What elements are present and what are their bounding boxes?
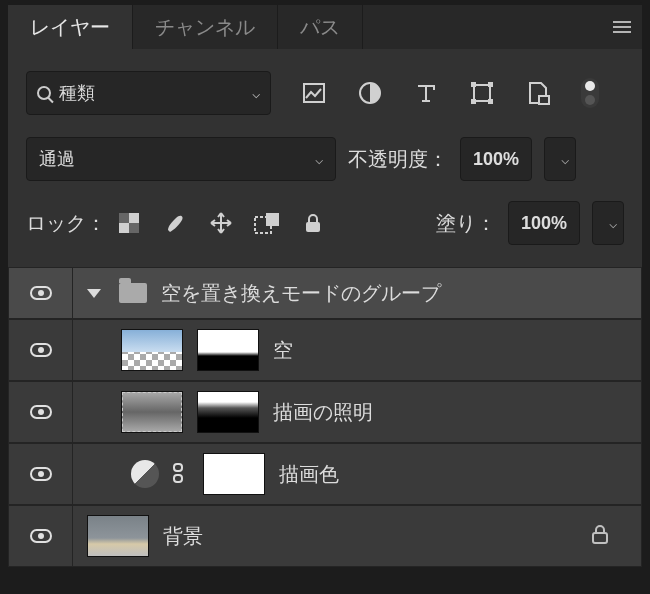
svg-rect-3 [471,82,476,87]
filter-label: 種類 [59,81,95,105]
svg-rect-4 [488,82,493,87]
layer-thumbnail[interactable] [121,391,183,433]
visibility-toggle[interactable] [9,320,73,380]
tab-layers[interactable]: レイヤー [8,5,132,49]
mask-thumbnail[interactable] [197,329,259,371]
lock-label: ロック： [26,210,106,237]
filter-smartobj-icon[interactable] [523,81,553,105]
link-icon [173,463,189,485]
filter-shape-icon[interactable] [467,82,497,104]
layer-row-background[interactable]: 背景 [8,505,642,567]
fill-value: 100% [521,213,567,234]
filter-type-select[interactable]: 種類 ⌵ [26,71,271,115]
lock-all-icon[interactable] [302,212,324,234]
visibility-toggle[interactable] [9,444,73,504]
layer-list: 空を置き換えモードのグループ 空 描画の照明 [8,267,642,567]
svg-rect-10 [129,223,139,233]
layers-panel: レイヤー チャンネル パス 種類 ⌵ [8,2,642,567]
adjustment-layer-icon [131,460,159,488]
fill-dropdown[interactable]: ⌵ [592,201,624,245]
filter-type-icon[interactable] [411,83,441,103]
fill-label: 塗り： [436,210,496,237]
panel-tabs: レイヤー チャンネル パス [8,5,642,49]
visibility-toggle[interactable] [9,506,73,566]
lock-row: ロック： 塗り： 100% ⌵ [8,191,642,255]
layer-thumbnail[interactable] [121,329,183,371]
chevron-down-icon: ⌵ [252,85,260,101]
eye-icon [30,286,52,300]
layer-group-row[interactable]: 空を置き換えモードのグループ [8,267,642,319]
panel-menu-button[interactable] [602,26,642,28]
eye-icon [30,405,52,419]
hamburger-icon [613,26,631,28]
svg-rect-5 [471,99,476,104]
filter-adjustment-icon[interactable] [355,82,385,104]
opacity-value: 100% [473,149,519,170]
visibility-toggle[interactable] [9,268,73,318]
fill-value-input[interactable]: 100% [508,201,580,245]
toggle-off-dot [585,95,595,105]
toggle-on-dot [585,81,595,91]
mask-thumbnail[interactable] [203,453,265,495]
svg-rect-7 [539,96,549,104]
layer-name: 描画色 [279,461,339,488]
lock-paint-icon[interactable] [164,212,186,234]
svg-rect-13 [306,222,320,232]
visibility-toggle[interactable] [9,382,73,442]
svg-rect-6 [488,99,493,104]
svg-rect-2 [474,85,490,101]
svg-rect-14 [593,533,607,543]
opacity-value-input[interactable]: 100% [460,137,532,181]
layer-row-sky[interactable]: 空 [8,319,642,381]
layer-row-lighting[interactable]: 描画の照明 [8,381,642,443]
chevron-down-icon: ⌵ [599,215,617,231]
search-icon [37,86,51,100]
filter-pixel-icon[interactable] [299,83,329,103]
opacity-label: 不透明度： [348,146,448,173]
layer-name: 背景 [163,523,203,550]
tab-paths[interactable]: パス [278,5,362,49]
blend-mode-value: 通過 [39,147,75,171]
folder-icon [119,283,147,303]
lock-transparency-icon[interactable] [118,212,140,234]
chevron-down-icon: ⌵ [551,151,569,167]
blend-row: 通過 ⌵ 不透明度： 100% ⌵ [8,127,642,191]
layer-thumbnail[interactable] [87,515,149,557]
filter-toolbar: 種類 ⌵ [8,49,642,127]
layer-name: 空を置き換えモードのグループ [161,280,441,307]
tab-channels[interactable]: チャンネル [133,5,277,49]
layer-name: 描画の照明 [273,399,373,426]
svg-rect-9 [119,213,129,223]
eye-icon [30,529,52,543]
layer-name: 空 [273,337,293,364]
layer-row-fgcolor[interactable]: 描画色 [8,443,642,505]
opacity-dropdown[interactable]: ⌵ [544,137,576,181]
eye-icon [30,343,52,357]
filter-toggle[interactable] [581,78,599,108]
lock-artboard-icon[interactable] [256,212,278,234]
collapse-icon[interactable] [87,289,101,298]
blend-mode-select[interactable]: 通過 ⌵ [26,137,336,181]
eye-icon [30,467,52,481]
chevron-down-icon: ⌵ [305,151,323,167]
mask-thumbnail[interactable] [197,391,259,433]
lock-indicator-icon[interactable] [591,524,609,549]
lock-position-icon[interactable] [210,212,232,234]
svg-rect-0 [304,84,324,102]
svg-rect-12 [266,213,279,226]
